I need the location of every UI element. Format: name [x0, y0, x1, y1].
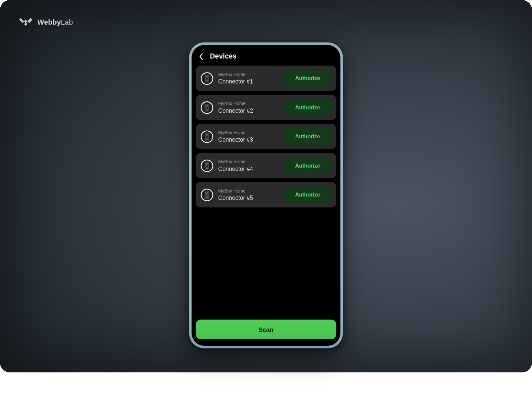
device-text: MyBox Home Connector #2	[218, 101, 279, 114]
device-text: MyBox Home Connector #3	[218, 130, 279, 143]
svg-point-4	[206, 80, 207, 81]
svg-rect-17	[206, 165, 208, 166]
device-subtitle: MyBox Home	[218, 101, 279, 106]
authorize-button[interactable]: Authorize	[284, 158, 332, 174]
scan-button[interactable]: Scan	[196, 320, 336, 339]
charger-icon	[201, 189, 213, 201]
svg-point-24	[206, 197, 207, 198]
svg-rect-13	[206, 137, 208, 138]
svg-rect-8	[206, 108, 208, 109]
webbylab-logo-icon	[19, 18, 33, 28]
device-card[interactable]: MyBox Home Connector #3 Authorize	[196, 124, 336, 149]
charger-icon	[201, 101, 213, 114]
device-card[interactable]: MyBox Home Connector #1 Authorize	[196, 66, 336, 91]
device-text: MyBox Home Connector #4	[218, 159, 279, 172]
svg-rect-16	[205, 163, 208, 164]
svg-rect-21	[205, 192, 208, 194]
back-icon[interactable]	[198, 53, 204, 61]
authorize-button[interactable]: Authorize	[284, 187, 332, 203]
device-text: MyBox Home Connector #1	[218, 72, 279, 85]
device-card[interactable]: MyBox Home Connector #5 Authorize	[196, 182, 336, 207]
svg-rect-12	[206, 136, 208, 137]
authorize-button[interactable]: Authorize	[284, 128, 332, 145]
page-title: Devices	[210, 53, 236, 61]
svg-point-9	[206, 109, 207, 110]
svg-point-14	[206, 138, 207, 139]
svg-rect-22	[206, 195, 208, 195]
device-name: Connector #2	[218, 107, 279, 114]
svg-rect-18	[206, 166, 208, 167]
svg-rect-23	[206, 196, 208, 196]
spacer	[196, 207, 336, 317]
presentation-canvas: WebbyLab Devices MyBox Home	[0, 0, 532, 372]
phone-screen: Devices MyBox Home Connector #1 Authoriz…	[192, 45, 340, 346]
svg-point-19	[206, 168, 207, 169]
svg-rect-6	[205, 104, 208, 106]
device-list: MyBox Home Connector #1 Authorize MyBox …	[196, 66, 336, 207]
svg-rect-2	[206, 78, 208, 79]
device-text: MyBox Home Connector #5	[218, 189, 279, 201]
svg-rect-11	[205, 134, 208, 135]
brand-name: WebbyLab	[38, 18, 73, 27]
svg-rect-1	[205, 75, 208, 77]
device-subtitle: MyBox Home	[218, 189, 279, 194]
screen-header: Devices	[196, 51, 336, 66]
device-subtitle: MyBox Home	[218, 130, 279, 135]
device-subtitle: MyBox Home	[218, 159, 279, 164]
device-card[interactable]: MyBox Home Connector #2 Authorize	[196, 95, 336, 120]
charger-icon	[201, 72, 213, 85]
device-name: Connector #5	[218, 194, 279, 201]
brand-logo: WebbyLab	[19, 18, 73, 28]
device-name: Connector #3	[218, 136, 279, 143]
svg-rect-3	[206, 79, 208, 80]
authorize-button[interactable]: Authorize	[284, 70, 332, 86]
device-name: Connector #1	[218, 78, 279, 84]
charger-icon	[201, 159, 213, 172]
svg-rect-7	[206, 107, 208, 108]
authorize-button[interactable]: Authorize	[284, 99, 332, 116]
phone-frame: Devices MyBox Home Connector #1 Authoriz…	[189, 43, 343, 348]
device-card[interactable]: MyBox Home Connector #4 Authorize	[196, 153, 336, 178]
charger-icon	[201, 130, 213, 143]
device-subtitle: MyBox Home	[218, 72, 279, 77]
device-name: Connector #4	[218, 165, 279, 172]
